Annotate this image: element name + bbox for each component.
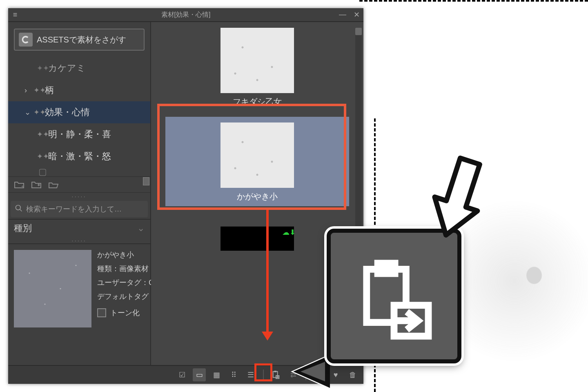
search-assets-label: ASSETSで素材をさがす [37,34,126,45]
tree-label: 明・静・柔・喜 [48,128,111,140]
annotation-big-arrow [425,155,482,233]
search-icon [15,204,23,214]
close-button[interactable]: ✕ [350,10,363,19]
sparkle-icon: ✦✦ [37,152,48,161]
view-small-grid-button[interactable]: ⠿ [227,368,240,381]
material-item-kagayaki[interactable]: かがやき小 [165,117,349,206]
view-large-grid-button[interactable]: ▦ [210,368,223,381]
panel-title: 素材[効果・心情] [8,11,363,19]
annotation-callout-tail [293,355,330,388]
search-input[interactable] [26,205,144,214]
view-detail-button[interactable]: ▭ [193,368,206,381]
tree-item-pattern[interactable]: › ✦✦ 柄 [8,79,150,101]
tree-item-bright[interactable]: ✦✦ 明・静・柔・喜 [8,123,150,145]
tree-item-cut[interactable]: ▢ [8,167,150,176]
annotation-arrow-head [262,332,273,341]
tree-item-dark[interactable]: ✦✦ 暗・激・緊・怒 [8,145,150,167]
delete-button[interactable]: 🗑 [346,368,359,381]
chevron-down-icon: ⌄ [137,223,145,234]
tree-label: 効果・心情 [45,106,90,118]
material-item-fukidashi[interactable]: フキダシ乙女 [167,28,347,107]
svg-text:+: + [21,184,24,189]
tree-item-truncated[interactable]: ✦✦ カケアミ [8,57,150,79]
resize-grip[interactable]: ..... [8,237,150,243]
search-assets-button[interactable]: ASSETSで素材をさがす [14,29,145,51]
annotation-button-highlight [254,363,272,381]
panel-titlebar[interactable]: ≡ 素材[効果・心情] — ✕ [8,8,363,22]
scrollbar-thumb[interactable] [355,28,362,35]
resize-grip[interactable]: ..... [8,193,150,199]
tone-label: トーン化 [110,308,140,318]
expand-icon: › [24,86,33,95]
annotation-arrow-shaft [266,210,269,332]
cloud-download-icon[interactable]: ☁⬇ [282,228,296,237]
material-item-cloud[interactable]: ☁⬇ [216,226,298,251]
selection-marquee-top [359,0,588,2]
select-all-button[interactable]: ☑ [176,368,189,381]
material-thumbnail [220,122,294,188]
collapse-icon: ⌄ [24,108,33,117]
folder-tree: ✦✦ カケアミ › ✦✦ 柄 ⌄ ✦✦ 効果・心情 ✦✦ 明・静・柔・喜 [8,57,150,176]
material-caption: フキダシ乙女 [167,96,347,107]
tree-item-effect-emotion[interactable]: ⌄ ✦✦ 効果・心情 [8,101,150,123]
favorite-button[interactable]: ♥ [329,368,342,381]
detail-thumbnail [14,250,91,327]
new-folder-icon[interactable]: + [14,180,24,189]
sparkle-icon: ✦✦ [37,64,48,73]
type-label: 種別 [14,222,32,234]
folder-icon: ▢ [37,167,48,176]
panel-menu-icon[interactable]: ≡ [8,11,22,19]
svg-point-1 [16,205,21,210]
sparkle-icon: ✦✦ [37,130,48,139]
open-folder-icon[interactable] [48,180,59,189]
assets-logo-icon [19,33,33,47]
material-caption: かがやき小 [165,191,349,202]
annotation-callout [327,229,461,363]
paste-to-canvas-icon-large [351,257,437,343]
tree-label: 柄 [45,84,54,96]
tone-checkbox[interactable] [97,308,106,317]
type-filter-row[interactable]: 種別 ⌄ [8,219,150,237]
svg-rect-4 [274,371,276,372]
svg-line-2 [20,209,22,212]
tree-scrollbar[interactable] [143,177,149,185]
svg-rect-3 [273,372,278,378]
delete-folder-icon[interactable] [31,180,42,189]
sparkle-icon: ✦✦ [33,86,45,95]
minimize-button[interactable]: — [336,10,350,19]
material-panel: ≡ 素材[効果・心情] — ✕ ASSETSで素材をさがす ✦✦ カケアミ › [8,8,363,384]
tree-label: カケアミ [48,62,86,74]
material-sidebar: ASSETSで素材をさがす ✦✦ カケアミ › ✦✦ 柄 ⌄ ✦✦ 効果・心情 [8,22,151,365]
sparkle-icon: ✦✦ [33,108,45,117]
search-field[interactable] [11,201,148,217]
material-thumbnail [220,28,294,93]
folder-action-bar: + [8,176,150,193]
tree-label: 暗・激・緊・怒 [48,150,111,163]
